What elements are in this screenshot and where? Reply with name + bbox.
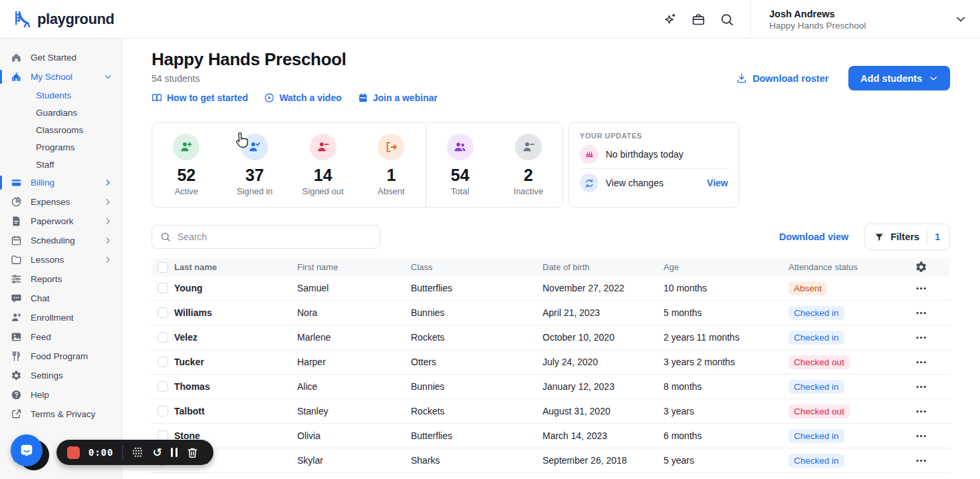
sidebar-item-guardians[interactable]: Guardians: [0, 104, 122, 121]
row-checkbox[interactable]: [158, 381, 168, 392]
stat-absent[interactable]: 1 Absent: [357, 134, 426, 196]
column-header-class[interactable]: Class: [411, 262, 543, 272]
row-actions-button[interactable]: [915, 405, 927, 418]
pause-recording-icon[interactable]: [171, 448, 178, 457]
table-row[interactable]: Velez Marlene Rockets October 10, 2020 2…: [152, 325, 950, 350]
select-all-checkbox[interactable]: [158, 262, 168, 273]
row-actions-button[interactable]: [915, 430, 927, 442]
watch-video-link[interactable]: Watch a video: [264, 92, 342, 103]
filters-button[interactable]: Filters 1: [864, 224, 950, 250]
sidebar-item-food-program[interactable]: Food Program: [0, 347, 122, 366]
table-row[interactable]: Young Samuel Butterflies November 27, 20…: [152, 276, 950, 301]
column-header-first-name[interactable]: First name: [297, 262, 411, 272]
sidebar-item-chat[interactable]: Chat: [0, 289, 122, 308]
row-actions-button[interactable]: [915, 454, 927, 467]
cell-class: Butterflies: [411, 283, 543, 293]
row-actions-button[interactable]: [915, 307, 927, 319]
sidebar-item-expenses[interactable]: Expenses: [0, 192, 122, 212]
search-icon: [160, 232, 171, 242]
kebab-menu-icon: [915, 331, 927, 344]
sidebar: Get Started My School Students Guardians…: [0, 39, 122, 479]
kebab-menu-icon: [915, 307, 927, 319]
help-links: How to get started Watch a video Join a …: [152, 92, 950, 103]
book-icon: [152, 92, 162, 103]
sidebar-item-help[interactable]: Help: [0, 385, 122, 404]
stat-label: Signed out: [303, 186, 344, 196]
sidebar-item-staff[interactable]: Staff: [0, 156, 122, 173]
table-settings-button[interactable]: [915, 261, 927, 273]
sidebar-item-my-school[interactable]: My School: [0, 67, 122, 86]
stat-active[interactable]: 52 Active: [152, 134, 221, 196]
sidebar-item-scheduling[interactable]: Scheduling: [0, 231, 122, 250]
sidebar-item-billing[interactable]: Billing: [0, 173, 122, 192]
sidebar-item-reports[interactable]: Reports: [0, 269, 122, 289]
delete-recording-icon[interactable]: [186, 446, 199, 459]
join-webinar-link[interactable]: Join a webinar: [358, 92, 437, 103]
sidebar-item-lessons[interactable]: Lessons: [0, 250, 122, 269]
status-badge: Checked in: [789, 380, 844, 394]
filters-label: Filters: [890, 232, 919, 242]
row-checkbox[interactable]: [158, 332, 168, 343]
stop-recording-button[interactable]: [67, 446, 80, 459]
account-menu[interactable]: Josh Andrews Happy Hands Preschool: [751, 9, 980, 31]
cell-dob: August 31, 2020: [543, 406, 664, 416]
download-view-link[interactable]: Download view: [779, 232, 849, 242]
briefcase-icon[interactable]: [691, 13, 705, 27]
table-row[interactable]: Stewart Skylar Sharks September 26, 2018…: [152, 448, 950, 473]
column-header-dob[interactable]: Date of birth: [543, 262, 664, 272]
column-header-last-name[interactable]: Last name: [174, 262, 297, 272]
restart-recording-icon[interactable]: ↺: [153, 446, 162, 459]
active-indicator: [0, 70, 2, 84]
sidebar-item-terms-privacy[interactable]: Terms & Privacy: [0, 404, 122, 424]
row-actions-button[interactable]: [915, 356, 927, 369]
stat-total[interactable]: 54 Total: [426, 134, 495, 196]
play-icon: [264, 92, 275, 103]
search-icon[interactable]: [720, 13, 734, 27]
table-row[interactable]: Tucker Harper Otters July 24, 2020 3 yea…: [152, 350, 950, 375]
sidebar-item-label: Paperwork: [31, 216, 74, 226]
row-actions-button[interactable]: [915, 282, 927, 295]
table-row[interactable]: Stone Olivia Butterflies March 14, 2023 …: [152, 424, 950, 448]
sidebar-item-classrooms[interactable]: Classrooms: [0, 121, 122, 138]
sidebar-item-students[interactable]: Students: [0, 86, 122, 104]
view-link[interactable]: View: [707, 178, 728, 188]
row-actions-button[interactable]: [915, 381, 927, 393]
sidebar-item-enrollment[interactable]: Enrollment: [0, 308, 122, 327]
sidebar-item-get-started[interactable]: Get Started: [0, 48, 122, 67]
home-icon: [11, 52, 22, 63]
table-row[interactable]: Thomas Alice Bunnies January 12, 2023 8 …: [152, 375, 950, 399]
status-badge: Checked in: [789, 429, 844, 443]
link-label: Join a webinar: [373, 92, 437, 103]
cell-last-name: Williams: [174, 307, 297, 318]
how-to-get-started-link[interactable]: How to get started: [152, 92, 248, 103]
add-students-button[interactable]: Add students: [848, 66, 950, 90]
students-table: Last name First name Class Date of birth…: [152, 258, 950, 473]
stat-signed-in[interactable]: 37 Signed in: [221, 134, 289, 196]
ai-sparkle-icon[interactable]: [663, 13, 677, 27]
sidebar-item-programs[interactable]: Programs: [0, 138, 122, 156]
sidebar-item-paperwork[interactable]: Paperwork: [0, 212, 122, 231]
table-row[interactable]: Talbott Stanley Rockets August 31, 2020 …: [152, 399, 950, 424]
support-chat-launcher[interactable]: [11, 434, 43, 466]
row-actions-button[interactable]: [915, 331, 927, 344]
row-checkbox[interactable]: [158, 307, 168, 318]
column-header-age[interactable]: Age: [664, 262, 789, 272]
column-header-status[interactable]: Attendance status: [789, 262, 898, 272]
app-screen: playground Josh Andrews Happy Hands Pres…: [0, 0, 980, 479]
sidebar-item-settings[interactable]: Settings: [0, 366, 122, 385]
download-roster-link[interactable]: Download roster: [736, 73, 828, 84]
kebab-menu-icon: [915, 430, 927, 442]
stat-signed-out[interactable]: 14 Signed out: [289, 134, 357, 196]
row-checkbox[interactable]: [158, 283, 168, 293]
row-checkbox[interactable]: [158, 406, 168, 416]
cell-class: Bunnies: [411, 381, 543, 392]
row-checkbox[interactable]: [158, 357, 168, 367]
chevron-down-icon: [929, 74, 938, 83]
stat-inactive[interactable]: 2 Inactive: [494, 134, 562, 196]
app-logo: playground: [0, 9, 114, 29]
virtual-cursor-grid-icon[interactable]: [132, 446, 144, 459]
cell-age: 2 years 11 months: [664, 332, 789, 343]
table-row[interactable]: Williams Nora Bunnies April 21, 2023 5 m…: [152, 301, 950, 325]
sidebar-item-feed[interactable]: Feed: [0, 327, 122, 347]
search-input[interactable]: [178, 232, 372, 242]
